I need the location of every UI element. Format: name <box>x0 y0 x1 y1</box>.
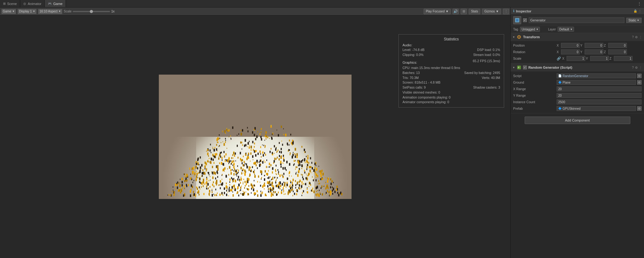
xrange-input[interactable] <box>557 86 642 91</box>
transform-help-icon[interactable]: ? <box>632 35 634 39</box>
static-label: Static <box>628 19 636 22</box>
scale-container: Scale 1x <box>64 10 422 13</box>
ground-ref-icon: 🔷 <box>558 81 562 84</box>
stats-animator-row: Animator components playing: 0 <box>402 100 500 105</box>
scale-row: Scale 🔗 X Y Z <box>513 55 642 62</box>
rg-more-icon[interactable]: ⋮ <box>639 66 642 69</box>
obj-name-row: ✓ Static ▼ <box>523 17 642 23</box>
scene-icon: ⊞ <box>3 2 6 5</box>
rg-header-icons: ? ⚙ ⋮ <box>632 66 642 69</box>
position-y-axis: Y <box>580 43 603 48</box>
audio-icon-button[interactable]: 🔊 <box>453 9 459 14</box>
transform-more-icon[interactable]: ⋮ <box>639 35 642 39</box>
inspector-more-icon[interactable]: ⋮ <box>638 9 642 13</box>
instance-count-input[interactable] <box>557 99 642 104</box>
stats-tris-row: Tris: 70.3M Verts: 40.9M <box>402 76 500 81</box>
game-canvas: // Particles will be drawn via canvas-li… <box>159 75 352 199</box>
rg-help-icon[interactable]: ? <box>632 66 634 69</box>
rg-active-checkbox[interactable]: ✓ <box>523 66 527 69</box>
gizmos-button[interactable]: Gizmos ▼ <box>482 9 501 14</box>
game-toolbar: Game ▼ Display 1 ▼ 16:10 Aspect ▼ Scale … <box>0 7 510 16</box>
rg-settings-icon[interactable]: ⚙ <box>635 66 638 69</box>
stats-batches-row: Batches: 13 Saved by batching: 2495 <box>402 71 500 76</box>
scale-z-input[interactable] <box>614 56 632 61</box>
stats-stream: Stream load: 0.0% <box>473 53 500 58</box>
stats-visible-skinned: Visible skinned meshes: 0 <box>402 90 440 95</box>
rotation-z-input[interactable] <box>608 49 627 54</box>
stats-button[interactable]: Stats <box>469 9 480 14</box>
display-dropdown[interactable]: Display 1 ▼ <box>17 9 37 14</box>
scale-x-input[interactable] <box>567 56 585 61</box>
xrange-prop-row: X Range <box>513 86 642 92</box>
object-name-input[interactable] <box>529 17 624 23</box>
game-viewport: // Particles will be drawn via canvas-li… <box>0 16 510 258</box>
game-dropdown[interactable]: Game ▼ <box>1 9 16 14</box>
pos-x-label: X <box>557 44 560 47</box>
game-view: Game ▼ Display 1 ▼ 16:10 Aspect ▼ Scale … <box>0 7 510 258</box>
stats-audio-label: Audio: <box>402 43 500 47</box>
transform-name: Transform <box>523 35 631 39</box>
transform-header[interactable]: ▼ Transform ? ⚙ ⋮ <box>511 33 644 41</box>
rot-x-label: X <box>557 50 560 54</box>
tab-animator[interactable]: ◎ Animator <box>20 0 45 7</box>
play-focused-arrow: ▼ <box>445 10 448 13</box>
position-x-input[interactable] <box>561 43 580 48</box>
position-row: Position X Y Z <box>513 42 642 48</box>
position-z-input[interactable] <box>608 43 627 48</box>
stats-graphics-label: Graphics: <box>402 60 417 65</box>
tab-scene-label: Scene <box>7 2 17 6</box>
stats-screen-row: Screen: 818x511 - 4.8 MB <box>402 80 500 85</box>
pos-z-label: Z <box>604 44 608 47</box>
layer-dropdown[interactable]: Default ▼ <box>558 27 574 32</box>
static-button[interactable]: Static ▼ <box>626 18 642 23</box>
tab-game[interactable]: 🎮 Game <box>45 0 66 7</box>
object-header: ✓ Static ▼ <box>511 15 644 26</box>
rotation-y-input[interactable] <box>585 49 603 54</box>
layer-arrow: ▼ <box>570 28 573 31</box>
animator-icon: ◎ <box>23 2 26 5</box>
add-component-button[interactable]: Add Component <box>525 117 630 124</box>
lock-icon[interactable]: 🔒 <box>633 9 637 13</box>
transform-settings-icon[interactable]: ⚙ <box>635 35 638 39</box>
xrange-value <box>557 86 642 91</box>
rotation-x-axis: X <box>557 49 580 54</box>
instance-count-row: Instance Count <box>513 99 642 105</box>
ground-ref-name: Plane <box>563 81 571 84</box>
stats-verts: Verts: 40.9M <box>482 76 500 81</box>
script-value: 📄 RandomGenerator ⊙ <box>557 73 642 78</box>
yrange-input[interactable] <box>557 93 642 98</box>
tag-dropdown[interactable]: Untagged ▼ <box>520 27 540 32</box>
svg-rect-1 <box>516 19 518 21</box>
tab-more-icon[interactable]: ⋮ <box>635 1 644 6</box>
rg-body: Script 📄 RandomGenerator ⊙ Ground � <box>511 71 644 113</box>
rotation-x-input[interactable] <box>561 49 580 54</box>
aspect-dropdown[interactable]: 16:10 Aspect ▼ <box>38 9 62 14</box>
inspector-header-icons: 🔒 ⋮ <box>633 9 642 13</box>
prefab-ref-dot-btn[interactable]: ⊙ <box>637 106 642 111</box>
transform-header-icons: ? ⚙ ⋮ <box>632 35 642 39</box>
scale-slider[interactable] <box>73 11 110 12</box>
object-active-checkbox[interactable]: ✓ <box>523 18 527 22</box>
stats-fps: 65.2 FPS (15.3ms) <box>473 59 500 66</box>
tab-scene[interactable]: ⊞ Scene <box>0 0 20 7</box>
ground-ref-dot-btn[interactable]: ⊙ <box>637 80 642 85</box>
position-label: Position <box>513 44 557 47</box>
scale-values: 🔗 X Y Z <box>557 56 642 61</box>
transform-component: ▼ Transform ? ⚙ ⋮ Posit <box>511 33 644 63</box>
scale-lock-icon[interactable]: 🔗 <box>557 57 561 61</box>
grid-icon-button[interactable]: ⊞ <box>461 9 467 14</box>
transform-body: Position X Y Z <box>511 41 644 63</box>
script-ref-name: RandomGenerator <box>563 74 588 78</box>
stats-dsp: DSP load: 0.1% <box>477 48 500 53</box>
script-ref-dot-btn[interactable]: ⊙ <box>637 74 642 78</box>
add-component-area: Add Component <box>511 113 644 127</box>
play-focused-button[interactable]: Play Focused ▼ <box>424 9 451 14</box>
more-options-icon[interactable]: ⋮ <box>503 9 509 14</box>
scale-y-input[interactable] <box>590 56 609 61</box>
rotation-y-axis: Y <box>580 49 603 54</box>
scale-x-axis: X <box>562 56 585 61</box>
random-generator-header[interactable]: ▼ # ✓ Random Generator (Script) ? ⚙ ⋮ <box>511 63 644 71</box>
scale-y-label: Y <box>586 57 590 60</box>
position-y-input[interactable] <box>585 43 603 48</box>
rotation-row: Rotation X Y Z <box>513 49 642 55</box>
